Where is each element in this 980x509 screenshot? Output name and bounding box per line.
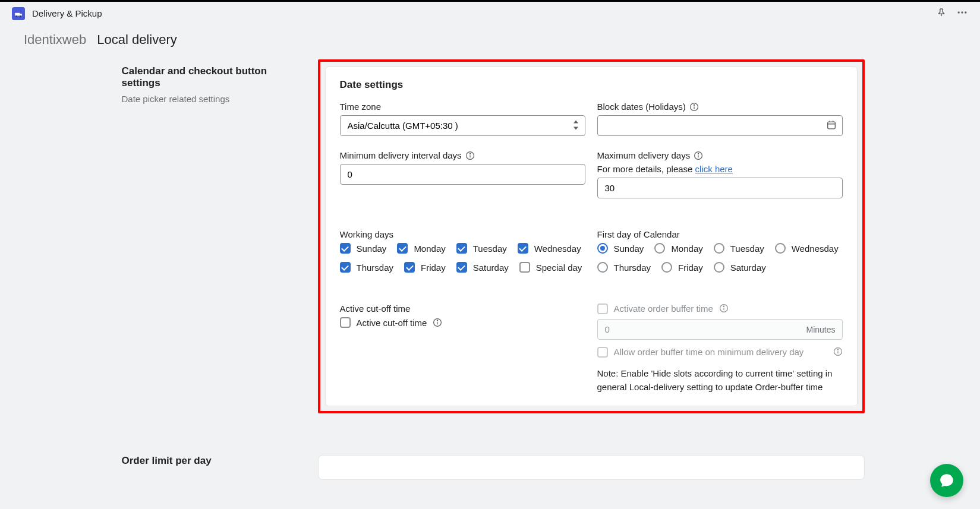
- first-day-radio[interactable]: [597, 243, 608, 254]
- date-settings-card: Date settings Time zone Asia/Calcutta (G…: [325, 67, 858, 406]
- svg-point-25: [723, 306, 724, 306]
- working-day-item: Wednesday: [518, 243, 581, 254]
- allow-buffer-label: Allow order buffer time on minimum deliv…: [614, 347, 827, 357]
- working-day-label: Monday: [414, 244, 445, 254]
- first-day-label: Wednesday: [792, 244, 839, 254]
- buffer-group: Activate order buffer time Minutes: [597, 303, 843, 394]
- working-day-label: Thursday: [357, 263, 394, 273]
- svg-point-22: [437, 320, 438, 321]
- app-title: Delivery & Pickup: [32, 8, 936, 18]
- info-icon[interactable]: [689, 102, 699, 112]
- activate-buffer-label: Activate order buffer time: [614, 303, 713, 314]
- first-day-label: Friday: [678, 263, 703, 273]
- info-icon[interactable]: [719, 303, 729, 313]
- section-sidebar: Calendar and checkout button settings Da…: [116, 59, 294, 431]
- svg-point-19: [698, 153, 699, 154]
- working-day-checkbox[interactable]: [456, 262, 467, 273]
- order-limit-title: Order limit per day: [122, 455, 294, 467]
- calendar-icon[interactable]: [826, 119, 837, 132]
- max-days-help: For more details, please: [597, 164, 695, 174]
- section-desc: Date picker related settings: [122, 94, 294, 104]
- working-day-checkbox[interactable]: [404, 262, 415, 273]
- timezone-label: Time zone: [340, 102, 585, 112]
- working-day-item: Sunday: [340, 243, 387, 254]
- working-day-checkbox[interactable]: [518, 243, 528, 254]
- card-title: Date settings: [340, 79, 843, 91]
- working-day-item: Thursday: [340, 262, 394, 273]
- first-day-label: First day of Calendar: [597, 229, 843, 239]
- cutoff-group: Active cut-off time Active cut-off time: [340, 303, 585, 394]
- working-days-group: Working days SundayMondayTuesdayWednesda…: [340, 229, 585, 273]
- pin-icon[interactable]: [936, 7, 947, 20]
- info-icon[interactable]: [833, 347, 843, 356]
- svg-rect-0: [15, 12, 20, 15]
- first-day-label: Monday: [671, 244, 702, 254]
- first-day-radio[interactable]: [775, 243, 786, 254]
- buffer-suffix: Minutes: [806, 325, 835, 334]
- first-day-item: Wednesday: [775, 243, 839, 254]
- working-day-label: Tuesday: [473, 244, 507, 254]
- breadcrumb-parent[interactable]: Identixweb: [24, 32, 86, 48]
- working-day-checkbox[interactable]: [519, 262, 530, 273]
- first-day-label: Sunday: [614, 244, 644, 254]
- working-day-item: Saturday: [456, 262, 509, 273]
- order-limit-card: [318, 455, 865, 480]
- first-day-item: Friday: [661, 262, 703, 273]
- first-day-item: Saturday: [714, 262, 766, 273]
- svg-point-16: [469, 153, 470, 154]
- section-title: Calendar and checkout button settings: [122, 65, 294, 89]
- first-day-radio[interactable]: [714, 243, 724, 254]
- first-day-group: First day of Calendar SundayMondayTuesda…: [597, 229, 843, 273]
- working-day-checkbox[interactable]: [397, 243, 408, 254]
- first-day-radio[interactable]: [714, 262, 724, 273]
- working-day-checkbox[interactable]: [340, 262, 351, 273]
- info-icon[interactable]: [694, 151, 703, 160]
- svg-point-3: [20, 15, 21, 16]
- svg-rect-1: [20, 14, 22, 16]
- app-logo-icon: [12, 7, 25, 20]
- first-day-item: Sunday: [597, 243, 644, 254]
- first-day-radio[interactable]: [597, 262, 608, 273]
- block-dates-label: Block dates (Holidays): [597, 102, 686, 112]
- cutoff-label: Active cut-off time: [340, 303, 585, 314]
- first-day-radio[interactable]: [654, 243, 665, 254]
- block-dates-input[interactable]: [597, 115, 843, 136]
- block-dates-group: Block dates (Holidays): [597, 102, 843, 136]
- date-settings-highlight: Date settings Time zone Asia/Calcutta (G…: [318, 59, 865, 413]
- svg-point-6: [965, 11, 966, 13]
- first-day-label: Tuesday: [730, 244, 764, 254]
- timezone-group: Time zone Asia/Calcutta (GMT+05:30 ): [340, 102, 585, 136]
- more-icon[interactable]: [956, 7, 968, 20]
- first-day-label: Saturday: [730, 263, 766, 273]
- svg-point-28: [837, 349, 838, 350]
- first-day-label: Thursday: [614, 263, 651, 273]
- activate-buffer-checkbox[interactable]: [597, 303, 608, 314]
- max-days-label: Maximum delivery days: [597, 150, 691, 160]
- app-header: Delivery & Pickup: [0, 2, 980, 25]
- first-day-item: Monday: [654, 243, 702, 254]
- allow-buffer-checkbox[interactable]: [597, 347, 608, 358]
- working-day-item: Monday: [397, 243, 445, 254]
- working-day-item: Friday: [404, 262, 446, 273]
- working-day-item: Special day: [519, 262, 582, 273]
- working-day-item: Tuesday: [456, 243, 507, 254]
- max-days-help-link[interactable]: click here: [695, 164, 733, 174]
- working-day-label: Wednesday: [534, 244, 581, 254]
- first-day-item: Tuesday: [714, 243, 764, 254]
- info-icon[interactable]: [433, 318, 442, 327]
- working-day-checkbox[interactable]: [456, 243, 467, 254]
- working-days-label: Working days: [340, 229, 585, 239]
- working-day-label: Friday: [421, 263, 446, 273]
- first-day-item: Thursday: [597, 262, 651, 273]
- timezone-select[interactable]: Asia/Calcutta (GMT+05:30 ): [340, 115, 585, 136]
- cutoff-checkbox[interactable]: [340, 317, 351, 328]
- first-day-radio[interactable]: [661, 262, 672, 273]
- min-interval-input[interactable]: [340, 164, 585, 185]
- max-days-input[interactable]: [597, 178, 843, 198]
- min-interval-group: Minimum delivery interval days: [340, 150, 585, 198]
- breadcrumb: Identixweb Local delivery: [0, 25, 980, 59]
- working-day-checkbox[interactable]: [340, 243, 351, 254]
- svg-point-5: [961, 11, 963, 13]
- info-icon[interactable]: [465, 151, 475, 160]
- working-day-label: Sunday: [357, 244, 387, 254]
